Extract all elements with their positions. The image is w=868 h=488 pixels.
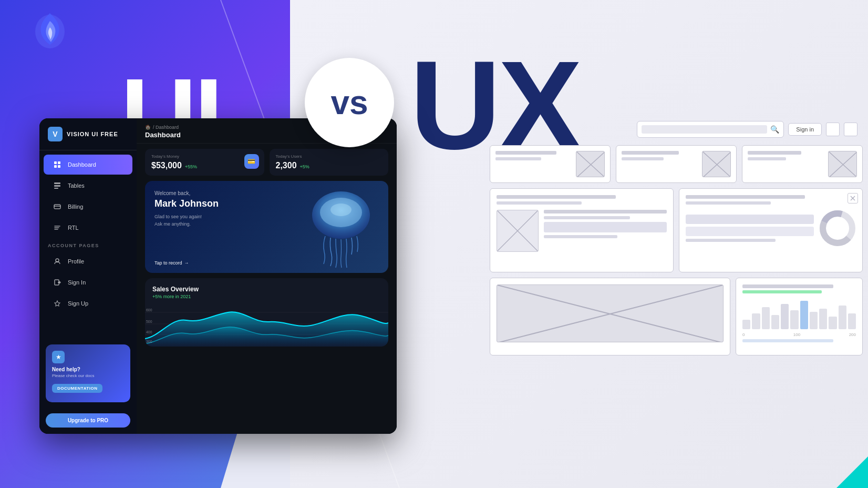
signup-icon — [52, 298, 63, 309]
stat-users-change: +5% — [300, 164, 309, 169]
wire-signin-button[interactable]: Sign in — [788, 123, 822, 136]
tables-label: Tables — [68, 182, 85, 189]
sidebar-item-billing[interactable]: Billing — [44, 197, 132, 217]
wireframe-panel: 🔍 Sign in — [484, 116, 868, 473]
svg-rect-8 — [54, 205, 60, 209]
tables-icon — [52, 180, 63, 191]
stat-money-icon: 💳 — [244, 154, 259, 169]
signup-label: Sign Up — [68, 300, 88, 307]
wire-card-close — [848, 193, 858, 204]
rtl-label: RTL — [68, 225, 79, 231]
breadcrumb-separator: / Dashboard — [153, 125, 179, 130]
wire-cards-row-3: 0100200 — [490, 278, 863, 355]
svg-rect-5 — [54, 182, 60, 184]
documentation-button[interactable]: DOCUMENTATION — [52, 384, 102, 393]
sidebar-item-profile[interactable]: Profile — [44, 251, 132, 271]
account-pages-label: ACCOUNT PAGES — [39, 239, 137, 250]
sales-chart: 600 500 400 300 — [145, 302, 388, 347]
main-content: 🏠 / Dashboard Dashboard Today's Money $5… — [137, 118, 397, 434]
wire-img-placeholder-2 — [702, 151, 731, 177]
wire-bottom-card-1 — [490, 278, 730, 355]
tap-record-arrow: → — [184, 260, 189, 266]
vs-circle: vs — [305, 58, 394, 147]
welcome-greeting: Welcome back, — [154, 190, 219, 196]
welcome-line2: Ask me anything. — [154, 221, 219, 228]
breadcrumb-current: Dashboard — [145, 131, 181, 139]
sales-subtitle: +5% more in 2021 — [152, 294, 381, 299]
tap-record[interactable]: Tap to record → — [154, 260, 189, 266]
sidebar-logo: V VISION UI FREE — [39, 127, 137, 150]
stat-users-value: 2,300 — [276, 161, 297, 170]
svg-rect-6 — [54, 185, 60, 187]
help-subtitle: Please check our docs — [52, 373, 124, 378]
stat-users-row: 2,300 +5% — [276, 161, 383, 170]
wire-search-input[interactable] — [642, 125, 767, 134]
wire-active-users-card: 0100200 — [736, 278, 863, 355]
help-star-icon: ★ — [52, 351, 65, 363]
stat-card-money: Today's Money $53,000 +55% 💳 — [145, 149, 264, 176]
wire-search-icon: 🔍 — [770, 125, 779, 134]
wire-cards-row-2 — [490, 188, 863, 272]
dashboard-icon — [52, 159, 63, 170]
wire-card-3 — [742, 145, 863, 183]
sidebar-item-signin[interactable]: Sign In — [44, 272, 132, 292]
upgrade-button[interactable]: Upgrade to PRO — [46, 413, 130, 428]
sidebar-item-dashboard[interactable]: Dashboard — [44, 155, 132, 175]
wire-card-1 — [490, 145, 611, 183]
tap-record-label: Tap to record — [154, 260, 182, 266]
help-box: ★ Need help? Please check our docs DOCUM… — [46, 344, 130, 402]
wire-big-card-2 — [679, 188, 863, 272]
svg-text:400: 400 — [146, 330, 152, 334]
svg-point-10 — [56, 259, 59, 262]
welcome-card: Welcome back, Mark Johnson Glad to see y… — [145, 181, 388, 273]
logo-icon — [26, 5, 74, 53]
svg-text:300: 300 — [146, 340, 152, 343]
profile-label: Profile — [68, 258, 84, 265]
wire-card-2 — [616, 145, 737, 183]
home-icon: 🏠 — [145, 125, 151, 130]
wire-img-placeholder-1 — [576, 151, 605, 177]
billing-icon — [52, 201, 63, 212]
vision-logo-icon: V — [48, 127, 63, 141]
svg-rect-2 — [58, 161, 60, 164]
welcome-name: Mark Johnson — [154, 198, 219, 209]
welcome-content: Welcome back, Mark Johnson Glad to see y… — [154, 190, 219, 228]
breadcrumb-path: 🏠 / Dashboard — [145, 125, 179, 130]
stat-money-value: $53,000 — [151, 161, 182, 170]
sidebar-item-rtl[interactable]: RTL — [44, 218, 132, 238]
help-title: Need help? — [52, 367, 124, 372]
stat-card-users: Today's Users 2,300 +5% — [270, 149, 389, 176]
wire-cards-row-1 — [490, 145, 863, 183]
wire-sq-btn-2[interactable] — [844, 123, 857, 136]
wire-big-card-1 — [490, 188, 674, 272]
wire-chart-labels: 0100200 — [742, 332, 856, 337]
welcome-line1: Glad to see you again! — [154, 214, 219, 221]
svg-rect-1 — [54, 161, 57, 164]
jellyfish-illustration — [299, 186, 383, 268]
rtl-icon — [52, 222, 63, 233]
wire-sq-btn-1[interactable] — [826, 123, 840, 136]
wire-chart-placeholder — [497, 210, 539, 252]
wire-bar-chart — [742, 298, 856, 329]
stat-money-row: $53,000 +55% — [151, 161, 258, 170]
svg-text:500: 500 — [146, 320, 152, 323]
stat-money-change: +55% — [185, 164, 197, 169]
svg-rect-7 — [54, 188, 58, 189]
sales-title: Sales Overview — [152, 286, 381, 293]
signin-label: Sign In — [68, 279, 86, 286]
svg-point-14 — [330, 204, 352, 216]
stat-money-label: Today's Money — [151, 154, 258, 159]
sidebar-item-tables[interactable]: Tables — [44, 176, 132, 196]
sidebar-logo-text: VISION UI FREE — [67, 131, 118, 137]
wire-search-bar[interactable]: 🔍 — [637, 121, 784, 138]
svg-text:600: 600 — [146, 308, 152, 312]
billing-label: Billing — [68, 204, 83, 210]
svg-rect-4 — [58, 165, 60, 168]
stat-users-label: Today's Users — [276, 154, 383, 159]
dashboard-mockup: V VISION UI FREE Dashboard — [39, 118, 397, 434]
wire-donut-chart — [819, 210, 856, 247]
stats-row: Today's Money $53,000 +55% 💳 Today's Use… — [137, 144, 397, 181]
profile-icon — [52, 256, 63, 267]
sidebar: V VISION UI FREE Dashboard — [39, 118, 137, 434]
sidebar-item-signup[interactable]: Sign Up — [44, 293, 132, 313]
